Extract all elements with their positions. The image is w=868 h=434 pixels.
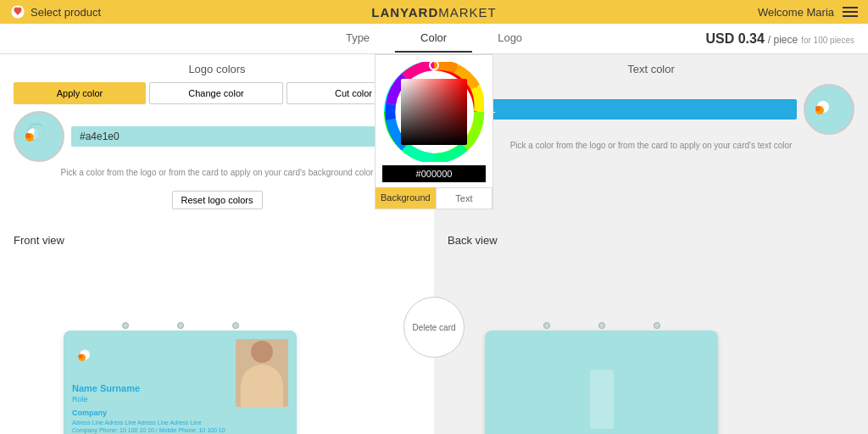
main-content: Logo colors Apply color Change color Cut… bbox=[0, 54, 868, 434]
delete-card-button[interactable]: Delete card bbox=[403, 297, 465, 358]
hole-right bbox=[232, 322, 239, 329]
svg-point-10 bbox=[809, 89, 849, 130]
hex-value-display[interactable]: #000000 bbox=[382, 165, 486, 182]
svg-point-5 bbox=[25, 133, 31, 138]
svg-point-9 bbox=[79, 354, 83, 359]
brand-bold: LANYARD bbox=[371, 5, 438, 19]
color-wheel[interactable] bbox=[384, 62, 484, 162]
card-content: Name Surname Role Company Adress Line Ad… bbox=[72, 339, 288, 434]
sub-header: Type Color Logo USD 0.34 / piece for 100… bbox=[0, 24, 868, 54]
front-view-label: Front view bbox=[14, 234, 64, 247]
header-right: Welcome Maria bbox=[758, 6, 858, 19]
brand-title: LANYARDMARKET bbox=[371, 5, 496, 19]
tab-type[interactable]: Type bbox=[320, 25, 395, 53]
back-view-label: Back view bbox=[448, 234, 498, 247]
text-hex-input[interactable]: #25aae1 bbox=[448, 99, 797, 120]
logo-color-buttons: Apply color Change color Cut color bbox=[14, 82, 420, 104]
price-per-piece: / piece bbox=[768, 34, 798, 46]
hole-middle bbox=[177, 322, 184, 329]
card-phone: Company Phone: 10 100 10 10 / Mobile Pho… bbox=[72, 426, 229, 434]
hamburger-line-3 bbox=[843, 15, 858, 17]
text-color-section: Text color #25aae1 Pick a color from the… bbox=[434, 54, 868, 157]
card-name: Name Surname bbox=[72, 383, 229, 393]
price-note: for 100 pieces bbox=[801, 36, 854, 45]
hamburger-line-2 bbox=[843, 11, 858, 13]
card-role: Role bbox=[72, 395, 229, 403]
picker-tabs: Background Text bbox=[376, 187, 492, 209]
apply-color-button[interactable]: Apply color bbox=[14, 82, 146, 104]
brand-icon bbox=[10, 4, 25, 19]
price-area: USD 0.34 / piece for 100 pieces bbox=[705, 31, 868, 47]
picker-tab-text[interactable]: Text bbox=[436, 187, 492, 209]
back-hole-left bbox=[543, 322, 550, 329]
svg-point-13 bbox=[815, 106, 821, 111]
text-color-hint: Pick a color from the logo or from the c… bbox=[448, 140, 854, 152]
header-logo-area: Select product bbox=[10, 4, 101, 19]
card-back-stripe bbox=[590, 370, 614, 429]
logo-hex-row: #a4e1e0 bbox=[14, 111, 420, 162]
hole-left bbox=[122, 322, 129, 329]
card-left-content: Name Surname Role Company Adress Line Ad… bbox=[72, 339, 229, 434]
header: Select product LANYARDMARKET Welcome Mar… bbox=[0, 0, 868, 24]
card-logo bbox=[72, 339, 229, 378]
svg-point-6 bbox=[73, 340, 107, 374]
card-back bbox=[485, 331, 718, 434]
photo-head bbox=[251, 341, 273, 363]
lanyard-holes-top bbox=[64, 322, 297, 329]
change-color-button[interactable]: Change color bbox=[149, 82, 283, 104]
card-company: Company bbox=[72, 409, 229, 417]
text-hex-row: #25aae1 bbox=[448, 84, 854, 135]
brand-normal: MARKET bbox=[438, 5, 497, 19]
tab-logo[interactable]: Logo bbox=[472, 25, 548, 53]
tab-color[interactable]: Color bbox=[395, 25, 472, 53]
logo-colors-title: Logo colors bbox=[14, 63, 420, 75]
card-back-container bbox=[485, 322, 718, 434]
welcome-text: Welcome Maria bbox=[758, 6, 834, 19]
logo-colors-section: Logo colors Apply color Change color Cut… bbox=[0, 54, 434, 214]
hex-input-container: #000000 bbox=[376, 165, 492, 187]
reset-logo-colors-button[interactable]: Reset logo colors bbox=[172, 191, 263, 209]
hamburger-menu[interactable] bbox=[843, 7, 858, 17]
reset-button-wrapper: Reset logo colors bbox=[14, 184, 420, 209]
svg-rect-15 bbox=[401, 79, 467, 145]
color-picker-popup: #000000 Background Text bbox=[375, 54, 493, 209]
logo-hex-input[interactable]: #a4e1e0 bbox=[71, 126, 420, 147]
select-product-link[interactable]: Select product bbox=[31, 6, 101, 19]
picker-tab-background[interactable]: Background bbox=[376, 187, 436, 209]
logo-color-hint: Pick a color from the logo or from the c… bbox=[14, 167, 420, 179]
logo-avatar-right bbox=[804, 84, 854, 135]
card-front-container: Name Surname Role Company Adress Line Ad… bbox=[64, 322, 297, 434]
hamburger-line-1 bbox=[843, 7, 858, 8]
card-photo bbox=[236, 339, 288, 407]
color-wheel-container bbox=[376, 55, 492, 165]
back-lanyard-holes bbox=[485, 322, 718, 329]
price-amount: USD 0.34 bbox=[705, 31, 764, 47]
tabs: Type Color Logo bbox=[320, 25, 548, 53]
back-hole-middle bbox=[598, 322, 605, 329]
left-panel: Logo colors Apply color Change color Cut… bbox=[0, 54, 434, 434]
back-hole-right bbox=[654, 322, 660, 329]
card-address: Adress Line Adress Line Adress Line Adre… bbox=[72, 419, 229, 426]
card-front: Name Surname Role Company Adress Line Ad… bbox=[64, 331, 297, 434]
text-color-title: Text color bbox=[448, 63, 854, 75]
delete-card-wrapper: Delete card bbox=[403, 297, 465, 358]
logo-svg bbox=[18, 115, 60, 158]
right-panel: Text color #25aae1 Pick a color from the… bbox=[434, 54, 868, 434]
logo-avatar-left bbox=[14, 111, 64, 162]
photo-body bbox=[241, 364, 283, 407]
